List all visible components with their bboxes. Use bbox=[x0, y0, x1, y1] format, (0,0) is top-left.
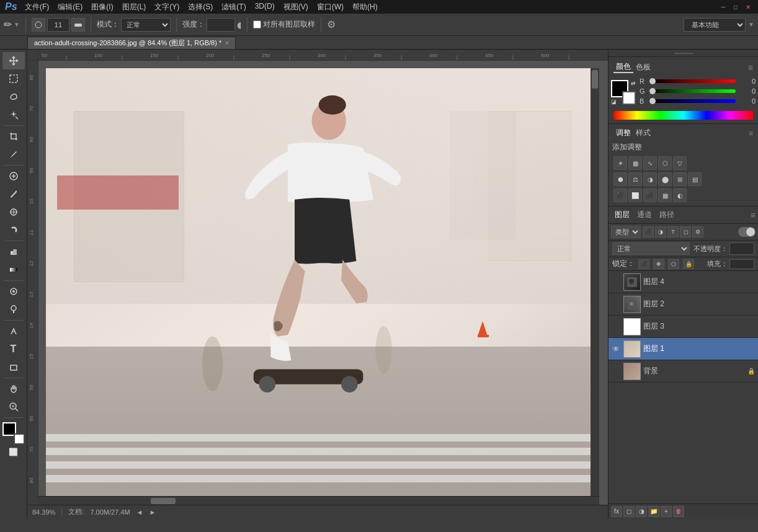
blur-tool[interactable] bbox=[2, 283, 25, 300]
paths-tab[interactable]: 路径 bbox=[656, 208, 678, 221]
channel-mixer-btn[interactable]: ⊞ bbox=[673, 172, 687, 186]
layers-tab[interactable]: 图层 bbox=[611, 208, 633, 221]
layer-1-visibility[interactable]: 👁 bbox=[611, 344, 621, 354]
filter-shape-btn[interactable]: ◻ bbox=[680, 226, 691, 237]
layer-item-2[interactable]: 👁 图层 2 bbox=[609, 293, 758, 316]
dodge-tool[interactable] bbox=[2, 301, 25, 318]
document-tab[interactable]: action-adult-crossing-2083866.jpg @ 84.4… bbox=[27, 37, 236, 49]
move-tool[interactable] bbox=[2, 52, 25, 69]
color-tab[interactable]: 颜色 bbox=[613, 61, 633, 73]
mode-select[interactable]: 正常 bbox=[121, 18, 171, 32]
history-brush-tool[interactable] bbox=[2, 221, 25, 239]
close-button[interactable]: ✕ bbox=[743, 2, 753, 12]
gradient-tool[interactable] bbox=[2, 261, 25, 278]
filter-pixel-btn[interactable]: ⬛ bbox=[643, 226, 654, 237]
adjustments-tab[interactable]: 调整 bbox=[613, 128, 633, 138]
lock-pixels-btn[interactable]: ⬛ bbox=[638, 259, 649, 269]
layer-effects-btn[interactable]: fx bbox=[611, 506, 622, 517]
opacity-input[interactable]: 100% bbox=[729, 242, 754, 255]
brush-size-btn[interactable] bbox=[32, 18, 45, 32]
brush-hardness-btn[interactable] bbox=[71, 18, 85, 32]
shape-tool[interactable] bbox=[2, 358, 25, 376]
layer-item-3[interactable]: 👁 图层 3 bbox=[609, 316, 758, 338]
hsl-btn[interactable]: ⬢ bbox=[613, 172, 627, 186]
menu-edit[interactable]: 编辑(E) bbox=[54, 1, 86, 14]
menu-filter[interactable]: 滤镜(T) bbox=[218, 1, 249, 14]
nav-right[interactable]: ► bbox=[149, 508, 156, 516]
heal-tool[interactable] bbox=[2, 167, 25, 185]
pen-tool[interactable] bbox=[2, 322, 25, 340]
default-colors-btn[interactable]: ◪ bbox=[611, 99, 617, 105]
lock-artboard-btn[interactable]: ⬡ bbox=[668, 259, 679, 269]
background-color[interactable] bbox=[14, 433, 25, 445]
menu-3d[interactable]: 3D(D) bbox=[251, 1, 279, 14]
layer-3-visibility[interactable]: 👁 bbox=[611, 322, 621, 332]
background-swatch[interactable] bbox=[622, 91, 636, 105]
settings-icon[interactable]: ⚙ bbox=[327, 19, 336, 30]
color-lookup-btn[interactable]: ▤ bbox=[688, 172, 702, 186]
nav-left[interactable]: ◄ bbox=[136, 508, 143, 516]
sample-all-control[interactable]: 对所有图层取样 bbox=[253, 19, 315, 30]
filter-toggle[interactable] bbox=[738, 227, 756, 237]
magic-wand-tool[interactable] bbox=[2, 106, 25, 123]
color-balance-btn[interactable]: ⚖ bbox=[628, 172, 642, 186]
canvas-main[interactable] bbox=[38, 61, 608, 505]
layer-group-btn[interactable]: 📁 bbox=[648, 506, 659, 517]
exposure-btn[interactable]: ⬡ bbox=[658, 156, 672, 170]
filter-text-btn[interactable]: T bbox=[667, 226, 679, 237]
menu-image[interactable]: 图像(I) bbox=[87, 1, 117, 14]
hand-tool[interactable] bbox=[2, 380, 25, 397]
invert-btn[interactable]: ⬛ bbox=[613, 188, 627, 202]
color-panel-menu[interactable]: ≡ bbox=[748, 63, 753, 73]
quick-mask-icon[interactable]: ⬜ bbox=[9, 448, 18, 456]
channels-tab[interactable]: 通道 bbox=[633, 208, 656, 221]
scroll-bar-vertical[interactable] bbox=[591, 68, 599, 496]
layer-2-visibility[interactable]: 👁 bbox=[611, 299, 621, 309]
brightness-contrast-btn[interactable]: ☀ bbox=[613, 156, 627, 170]
curves-btn[interactable]: ∿ bbox=[643, 156, 657, 170]
menu-file[interactable]: 文件(F) bbox=[21, 1, 53, 14]
menu-view[interactable]: 视图(V) bbox=[280, 1, 312, 14]
blue-slider[interactable] bbox=[649, 99, 736, 103]
bw-btn[interactable]: ◑ bbox=[643, 172, 657, 186]
lock-all-btn[interactable]: 🔒 bbox=[683, 259, 694, 269]
levels-btn[interactable]: ▦ bbox=[628, 156, 642, 170]
marquee-tool[interactable] bbox=[2, 70, 25, 87]
tab-close-button[interactable]: × bbox=[225, 40, 229, 47]
menu-layer[interactable]: 图层(L) bbox=[118, 1, 150, 14]
layer-item-1[interactable]: 👁 图层 1 bbox=[609, 338, 758, 360]
photo-filter-btn[interactable]: ⬤ bbox=[658, 172, 672, 186]
color-swatch-area[interactable]: ⇄ ◪ bbox=[611, 80, 636, 105]
styles-tab[interactable]: 样式 bbox=[633, 128, 653, 138]
gradient-map-btn[interactable]: ▦ bbox=[658, 188, 672, 202]
filter-smart-btn[interactable]: ⚙ bbox=[692, 226, 703, 237]
threshold-btn[interactable]: ⬛ bbox=[643, 188, 657, 202]
vibrance-btn[interactable]: ▽ bbox=[673, 156, 687, 170]
brush-size-input[interactable]: 11 bbox=[47, 18, 69, 32]
menu-text[interactable]: 文字(Y) bbox=[151, 1, 183, 14]
brush-tool[interactable] bbox=[2, 185, 25, 203]
layer-adj-btn[interactable]: ◑ bbox=[636, 506, 647, 517]
layer-item-4[interactable]: 👁 图层 4 bbox=[609, 271, 758, 293]
sample-all-checkbox[interactable] bbox=[253, 20, 261, 29]
panel-resize-handle[interactable] bbox=[609, 50, 758, 57]
color-spectrum-bar[interactable] bbox=[613, 111, 753, 120]
menu-help[interactable]: 帮助(H) bbox=[349, 1, 381, 14]
lock-position-btn[interactable]: ✥ bbox=[653, 259, 664, 269]
text-tool[interactable]: T bbox=[2, 340, 25, 358]
minimize-button[interactable]: ─ bbox=[718, 2, 728, 12]
crop-tool[interactable] bbox=[2, 128, 25, 145]
eraser-tool[interactable] bbox=[2, 243, 25, 260]
color-selector[interactable] bbox=[2, 422, 25, 445]
swap-colors-btn[interactable]: ⇄ bbox=[631, 80, 636, 86]
strength-input[interactable]: 43% bbox=[207, 18, 235, 32]
layer-new-btn[interactable]: + bbox=[661, 506, 672, 517]
layer-type-filter[interactable]: 类型 bbox=[611, 226, 641, 238]
maximize-button[interactable]: □ bbox=[731, 2, 741, 12]
layer-blend-mode[interactable]: 正常 bbox=[612, 242, 690, 255]
selective-color-btn[interactable]: ◐ bbox=[673, 188, 687, 202]
lasso-tool[interactable] bbox=[2, 88, 25, 105]
clone-tool[interactable] bbox=[2, 203, 25, 221]
layer-mask-btn[interactable]: ◻ bbox=[623, 506, 635, 517]
layer-delete-btn[interactable]: 🗑 bbox=[673, 506, 684, 517]
